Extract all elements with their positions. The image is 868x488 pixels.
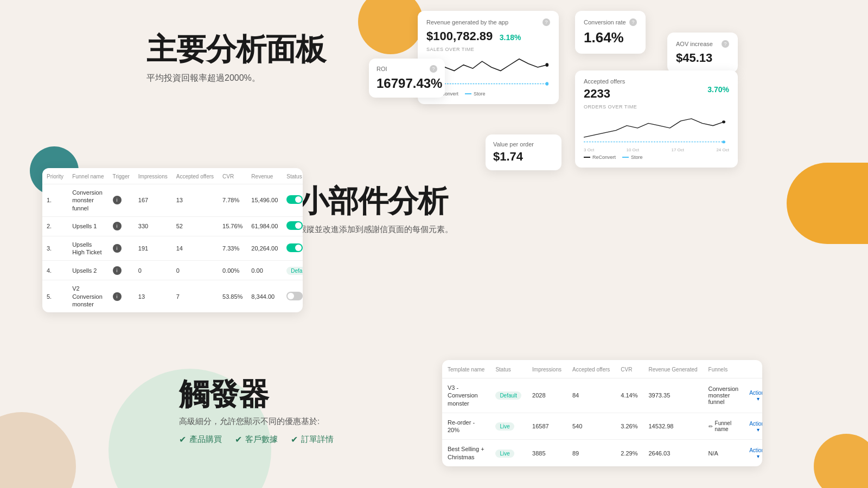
tcol-actions-h [744, 360, 762, 378]
tcol-revenue: Revenue Generated [643, 360, 703, 378]
aov-label: AOV increase [676, 41, 713, 47]
trigger-actions-button[interactable]: Actions ▾ [749, 421, 762, 433]
funnel-trigger-cell[interactable]: i [108, 261, 134, 280]
legend-store: Store [465, 91, 486, 97]
status-toggle-on[interactable] [286, 195, 303, 204]
card-roi: ROI ? 16797.43% [369, 59, 445, 98]
funnel-trigger-cell[interactable]: i [108, 236, 134, 261]
vpo-label: Value per order [493, 141, 554, 147]
trigger-cvr-cell: 4.14% [615, 378, 643, 413]
trigger-info-dot[interactable]: i [113, 292, 122, 301]
funnel-revenue-cell: 15,496.00 [247, 184, 282, 217]
tcol-funnels: Funnels [703, 360, 744, 378]
funnel-table-row: 2. Upsells 1 i 330 52 15.76% 61,984.00 A… [42, 216, 303, 236]
roi-label: ROI [376, 66, 387, 72]
trigger-actions-button[interactable]: Actions ▾ [749, 390, 762, 402]
funnel-ref-text: Conversion monster funnel [709, 386, 739, 405]
trigger-title: 觸發器 [179, 377, 407, 411]
funnel-status-cell: Default [282, 261, 303, 280]
funnel-cvr-cell: 7.33% [218, 236, 247, 261]
section-trigger: 觸發器 高級細分，允許您顯示不同的優惠基於: ✔ 產品購買 ✔ 客戶數據 ✔ 訂… [179, 377, 407, 445]
trigger-info-dot[interactable]: i [113, 196, 122, 204]
trigger-info-dot[interactable]: i [113, 244, 122, 253]
check-icon-product: ✔ [179, 434, 186, 445]
status-toggle-on[interactable] [286, 243, 303, 252]
funnel-table: Priority Funnel name Trigger Impressions… [42, 168, 303, 312]
section-main-dashboard: 主要分析面板 平均投資回報率超過2000%。 [146, 33, 374, 84]
trigger-actions-cell: Actions ▾ [744, 440, 762, 466]
funnel-cvr-cell: 0.00% [218, 261, 247, 280]
revenue-info-icon[interactable]: ? [542, 18, 550, 26]
card-conversion: Conversion rate ? 1.64% [575, 11, 646, 54]
main-dashboard-subtitle: 平均投資回報率超過2000%。 [146, 73, 374, 84]
orders-legend: ReConvert Store [584, 155, 729, 160]
funnel-accepted-cell: 14 [172, 236, 218, 261]
status-badge-default: Default [286, 267, 303, 275]
pencil-icon: ✏ [709, 423, 713, 429]
roi-info-icon[interactable]: ? [430, 65, 437, 73]
tcol-status: Status [490, 360, 527, 378]
checklist-label-product: 產品購買 [189, 434, 222, 445]
legend-store-label: Store [474, 91, 486, 97]
checklist-label-customer: 客戶數據 [245, 434, 278, 445]
card-aov: AOV increase ? $45.13 [667, 33, 738, 73]
orders-axis: 3 Oct 10 Oct 17 Oct 24 Oct [584, 147, 729, 152]
svg-point-0 [545, 63, 548, 67]
trigger-template-name: Re-order - 20% [442, 413, 490, 440]
status-toggle-on[interactable] [286, 221, 303, 230]
funnel-impressions-cell: 0 [134, 261, 172, 280]
tcol-cvr: CVR [615, 360, 643, 378]
trigger-actions-button[interactable]: Actions ▾ [749, 447, 762, 459]
funnel-revenue-cell: 20,264.00 [247, 236, 282, 261]
trigger-template-name: V3 - Conversion monster [442, 378, 490, 413]
col-impressions: Impressions [134, 168, 172, 184]
funnel-trigger-cell[interactable]: i [108, 216, 134, 236]
trigger-table-row: V3 - Conversion monster Default 2028 84 … [442, 378, 762, 413]
trigger-impressions-cell: 2028 [527, 378, 567, 413]
conversion-info-icon[interactable]: ? [629, 18, 637, 26]
col-accepted: Accepted offers [172, 168, 218, 184]
tcol-accepted: Accepted offers [567, 360, 615, 378]
accepted-pct: 3.70% [707, 85, 729, 94]
funnel-revenue-cell: 8,344.00 [247, 280, 282, 312]
trigger-accepted-cell: 540 [567, 413, 615, 440]
funnel-impressions-cell: 191 [134, 236, 172, 261]
trigger-template-name: Best Selling + Christmas [442, 440, 490, 466]
status-toggle-off[interactable] [286, 292, 303, 300]
funnel-trigger-cell[interactable]: i [108, 184, 134, 217]
col-priority: Priority [42, 168, 68, 184]
trigger-info-dot[interactable]: i [113, 222, 122, 230]
checklist-item-customer: ✔ 客戶數據 [235, 434, 278, 445]
checklist-item-product: ✔ 產品購買 [179, 434, 222, 445]
revenue-pct: 3.18% [500, 33, 521, 42]
aov-info-icon[interactable]: ? [722, 40, 729, 48]
funnel-ref-tag: ✏ Funnel name [709, 420, 739, 432]
status-badge-live: Live [495, 450, 514, 458]
tcol-impressions: Impressions [527, 360, 567, 378]
tcol-template: Template name [442, 360, 490, 378]
trigger-actions-cell: Actions ▾ [744, 413, 762, 440]
trigger-accepted-cell: 84 [567, 378, 615, 413]
funnel-name-cell: Upsells High Ticket [68, 236, 108, 261]
funnel-name-cell: Upsells 2 [68, 261, 108, 280]
conversion-label: Conversion rate [584, 19, 626, 25]
svg-point-3 [722, 140, 725, 143]
trigger-accepted-cell: 89 [567, 440, 615, 466]
funnel-trigger-cell[interactable]: i [108, 280, 134, 312]
funnel-cvr-cell: 15.76% [218, 216, 247, 236]
col-trigger: Trigger [108, 168, 134, 184]
trigger-info-dot[interactable]: i [113, 266, 122, 275]
funnel-table-row: 4. Upsells 2 i 0 0 0.00% 0.00 Default Ac… [42, 261, 303, 280]
check-icon-order: ✔ [291, 434, 298, 445]
funnel-priority: 2. [42, 216, 68, 236]
funnel-cvr-cell: 53.85% [218, 280, 247, 312]
card-value-per-order: Value per order $1.74 [486, 134, 561, 170]
funnel-name-cell: Upsells 1 [68, 216, 108, 236]
col-cvr: CVR [218, 168, 247, 184]
trigger-status-cell: Live [490, 413, 527, 440]
funnel-accepted-cell: 52 [172, 216, 218, 236]
vpo-value: $1.74 [493, 150, 554, 164]
revenue-chart [426, 54, 550, 87]
trigger-subtitle: 高級細分，允許您顯示不同的優惠基於: [179, 416, 407, 427]
status-badge-default: Default [495, 391, 521, 400]
